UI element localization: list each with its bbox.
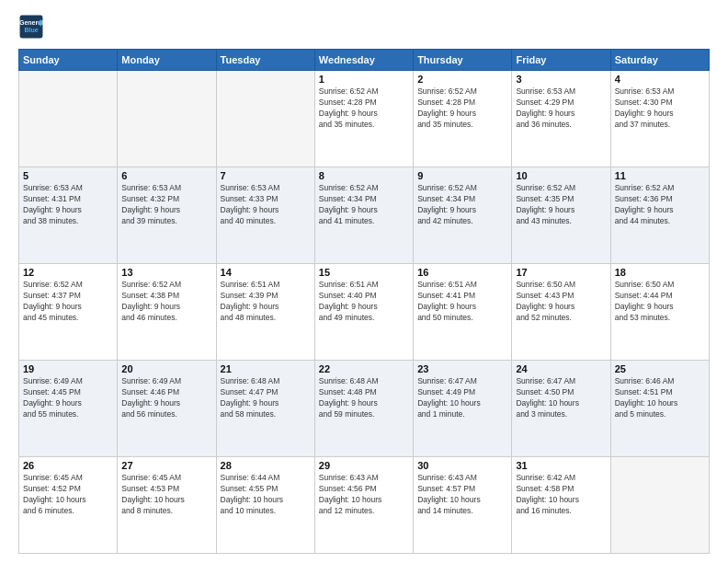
day-number: 17 bbox=[516, 267, 606, 278]
day-info: Sunrise: 6:49 AM Sunset: 4:46 PM Dayligh… bbox=[121, 376, 211, 420]
day-number: 2 bbox=[417, 74, 507, 85]
day-number: 27 bbox=[121, 460, 211, 471]
day-info: Sunrise: 6:52 AM Sunset: 4:28 PM Dayligh… bbox=[319, 86, 409, 131]
week-row-3: 12Sunrise: 6:52 AM Sunset: 4:37 PM Dayli… bbox=[19, 264, 710, 361]
day-info: Sunrise: 6:50 AM Sunset: 4:44 PM Dayligh… bbox=[615, 280, 705, 324]
day-cell-16: 16Sunrise: 6:51 AM Sunset: 4:41 PM Dayli… bbox=[414, 264, 512, 361]
header: General Blue bbox=[18, 14, 710, 40]
day-info: Sunrise: 6:52 AM Sunset: 4:38 PM Dayligh… bbox=[121, 280, 211, 324]
day-number: 14 bbox=[221, 267, 311, 278]
day-info: Sunrise: 6:43 AM Sunset: 4:56 PM Dayligh… bbox=[319, 473, 409, 517]
day-info: Sunrise: 6:42 AM Sunset: 4:58 PM Dayligh… bbox=[516, 473, 606, 517]
day-number: 4 bbox=[615, 74, 705, 85]
weekday-header-thursday: Thursday bbox=[414, 50, 512, 71]
day-number: 28 bbox=[221, 460, 311, 471]
empty-cell bbox=[216, 71, 314, 167]
day-number: 12 bbox=[23, 267, 113, 278]
day-number: 3 bbox=[516, 74, 606, 85]
day-number: 24 bbox=[516, 363, 606, 374]
empty-cell bbox=[19, 71, 118, 167]
day-cell-26: 26Sunrise: 6:45 AM Sunset: 4:52 PM Dayli… bbox=[19, 457, 118, 554]
day-number: 8 bbox=[319, 170, 409, 181]
day-number: 15 bbox=[319, 267, 409, 278]
day-number: 16 bbox=[417, 267, 507, 278]
day-info: Sunrise: 6:46 AM Sunset: 4:51 PM Dayligh… bbox=[615, 376, 705, 420]
day-cell-19: 19Sunrise: 6:49 AM Sunset: 4:45 PM Dayli… bbox=[19, 361, 118, 457]
day-cell-1: 1Sunrise: 6:52 AM Sunset: 4:28 PM Daylig… bbox=[314, 71, 413, 167]
calendar-table: SundayMondayTuesdayWednesdayThursdayFrid… bbox=[18, 49, 710, 554]
day-cell-2: 2Sunrise: 6:52 AM Sunset: 4:28 PM Daylig… bbox=[414, 71, 512, 167]
day-info: Sunrise: 6:47 AM Sunset: 4:50 PM Dayligh… bbox=[516, 376, 606, 420]
day-info: Sunrise: 6:52 AM Sunset: 4:34 PM Dayligh… bbox=[319, 183, 409, 227]
page: General Blue SundayMondayTuesdayWednesda… bbox=[0, 0, 728, 563]
day-info: Sunrise: 6:53 AM Sunset: 4:33 PM Dayligh… bbox=[221, 183, 311, 227]
weekday-header-monday: Monday bbox=[118, 50, 216, 71]
weekday-header-saturday: Saturday bbox=[610, 50, 709, 71]
day-cell-17: 17Sunrise: 6:50 AM Sunset: 4:43 PM Dayli… bbox=[512, 264, 610, 361]
day-info: Sunrise: 6:48 AM Sunset: 4:47 PM Dayligh… bbox=[221, 376, 311, 420]
day-info: Sunrise: 6:47 AM Sunset: 4:49 PM Dayligh… bbox=[417, 376, 507, 420]
day-info: Sunrise: 6:49 AM Sunset: 4:45 PM Dayligh… bbox=[23, 376, 113, 420]
day-info: Sunrise: 6:53 AM Sunset: 4:31 PM Dayligh… bbox=[23, 183, 113, 227]
day-number: 21 bbox=[221, 363, 311, 374]
day-cell-29: 29Sunrise: 6:43 AM Sunset: 4:56 PM Dayli… bbox=[314, 457, 413, 554]
week-row-5: 26Sunrise: 6:45 AM Sunset: 4:52 PM Dayli… bbox=[19, 457, 710, 554]
day-cell-15: 15Sunrise: 6:51 AM Sunset: 4:40 PM Dayli… bbox=[314, 264, 413, 361]
logo-icon: General Blue bbox=[18, 14, 44, 40]
day-number: 29 bbox=[319, 460, 409, 471]
day-cell-24: 24Sunrise: 6:47 AM Sunset: 4:50 PM Dayli… bbox=[512, 361, 610, 457]
day-number: 7 bbox=[221, 170, 311, 181]
day-cell-7: 7Sunrise: 6:53 AM Sunset: 4:33 PM Daylig… bbox=[216, 167, 314, 264]
weekday-header-wednesday: Wednesday bbox=[314, 50, 413, 71]
day-cell-23: 23Sunrise: 6:47 AM Sunset: 4:49 PM Dayli… bbox=[414, 361, 512, 457]
day-cell-12: 12Sunrise: 6:52 AM Sunset: 4:37 PM Dayli… bbox=[19, 264, 118, 361]
day-info: Sunrise: 6:53 AM Sunset: 4:29 PM Dayligh… bbox=[516, 86, 606, 131]
day-number: 10 bbox=[516, 170, 606, 181]
day-number: 19 bbox=[23, 363, 113, 374]
day-info: Sunrise: 6:50 AM Sunset: 4:43 PM Dayligh… bbox=[516, 280, 606, 324]
empty-cell bbox=[118, 71, 216, 167]
day-cell-13: 13Sunrise: 6:52 AM Sunset: 4:38 PM Dayli… bbox=[118, 264, 216, 361]
day-cell-31: 31Sunrise: 6:42 AM Sunset: 4:58 PM Dayli… bbox=[512, 457, 610, 554]
weekday-header-friday: Friday bbox=[512, 50, 610, 71]
day-cell-9: 9Sunrise: 6:52 AM Sunset: 4:34 PM Daylig… bbox=[414, 167, 512, 264]
week-row-4: 19Sunrise: 6:49 AM Sunset: 4:45 PM Dayli… bbox=[19, 361, 710, 457]
weekday-header-sunday: Sunday bbox=[19, 50, 118, 71]
day-cell-25: 25Sunrise: 6:46 AM Sunset: 4:51 PM Dayli… bbox=[610, 361, 709, 457]
day-cell-22: 22Sunrise: 6:48 AM Sunset: 4:48 PM Dayli… bbox=[314, 361, 413, 457]
day-cell-30: 30Sunrise: 6:43 AM Sunset: 4:57 PM Dayli… bbox=[414, 457, 512, 554]
day-cell-3: 3Sunrise: 6:53 AM Sunset: 4:29 PM Daylig… bbox=[512, 71, 610, 167]
day-info: Sunrise: 6:45 AM Sunset: 4:52 PM Dayligh… bbox=[23, 473, 113, 517]
day-number: 9 bbox=[417, 170, 507, 181]
day-cell-20: 20Sunrise: 6:49 AM Sunset: 4:46 PM Dayli… bbox=[118, 361, 216, 457]
day-info: Sunrise: 6:44 AM Sunset: 4:55 PM Dayligh… bbox=[221, 473, 311, 517]
svg-text:Blue: Blue bbox=[24, 27, 38, 33]
day-cell-8: 8Sunrise: 6:52 AM Sunset: 4:34 PM Daylig… bbox=[314, 167, 413, 264]
day-number: 5 bbox=[23, 170, 113, 181]
day-number: 11 bbox=[615, 170, 705, 181]
day-info: Sunrise: 6:53 AM Sunset: 4:32 PM Dayligh… bbox=[121, 183, 211, 227]
day-cell-27: 27Sunrise: 6:45 AM Sunset: 4:53 PM Dayli… bbox=[118, 457, 216, 554]
day-number: 26 bbox=[23, 460, 113, 471]
day-cell-14: 14Sunrise: 6:51 AM Sunset: 4:39 PM Dayli… bbox=[216, 264, 314, 361]
week-row-1: 1Sunrise: 6:52 AM Sunset: 4:28 PM Daylig… bbox=[19, 71, 710, 167]
day-cell-4: 4Sunrise: 6:53 AM Sunset: 4:30 PM Daylig… bbox=[610, 71, 709, 167]
day-cell-21: 21Sunrise: 6:48 AM Sunset: 4:47 PM Dayli… bbox=[216, 361, 314, 457]
day-cell-10: 10Sunrise: 6:52 AM Sunset: 4:35 PM Dayli… bbox=[512, 167, 610, 264]
day-info: Sunrise: 6:43 AM Sunset: 4:57 PM Dayligh… bbox=[417, 473, 507, 517]
week-row-2: 5Sunrise: 6:53 AM Sunset: 4:31 PM Daylig… bbox=[19, 167, 710, 264]
day-cell-28: 28Sunrise: 6:44 AM Sunset: 4:55 PM Dayli… bbox=[216, 457, 314, 554]
day-number: 20 bbox=[121, 363, 211, 374]
day-number: 30 bbox=[417, 460, 507, 471]
day-number: 31 bbox=[516, 460, 606, 471]
day-cell-18: 18Sunrise: 6:50 AM Sunset: 4:44 PM Dayli… bbox=[610, 264, 709, 361]
weekday-header-row: SundayMondayTuesdayWednesdayThursdayFrid… bbox=[19, 50, 710, 71]
weekday-header-tuesday: Tuesday bbox=[216, 50, 314, 71]
day-number: 25 bbox=[615, 363, 705, 374]
day-cell-11: 11Sunrise: 6:52 AM Sunset: 4:36 PM Dayli… bbox=[610, 167, 709, 264]
day-cell-5: 5Sunrise: 6:53 AM Sunset: 4:31 PM Daylig… bbox=[19, 167, 118, 264]
day-info: Sunrise: 6:52 AM Sunset: 4:35 PM Dayligh… bbox=[516, 183, 606, 227]
day-info: Sunrise: 6:51 AM Sunset: 4:40 PM Dayligh… bbox=[319, 280, 409, 324]
day-info: Sunrise: 6:52 AM Sunset: 4:36 PM Dayligh… bbox=[615, 183, 705, 227]
day-info: Sunrise: 6:48 AM Sunset: 4:48 PM Dayligh… bbox=[319, 376, 409, 420]
